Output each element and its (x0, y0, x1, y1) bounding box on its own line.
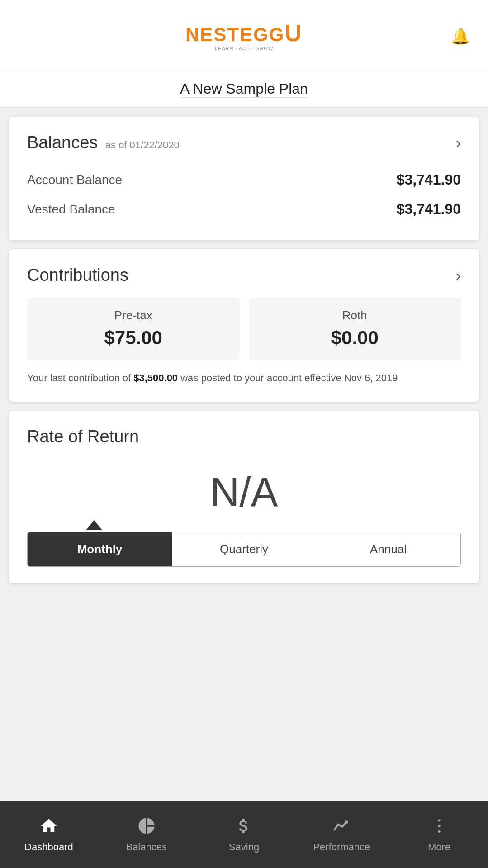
bottom-navigation: Dashboard Balances Saving Performance (0, 801, 488, 868)
balances-title: Balances (27, 133, 98, 152)
logo-u: U (284, 20, 303, 46)
logo-text: NESTEGGU (185, 21, 303, 45)
triangle-indicator (27, 520, 461, 530)
account-balance-row: Account Balance $3,741.90 (27, 165, 461, 194)
pretax-value: $75.00 (104, 327, 162, 349)
nav-item-performance[interactable]: Performance (293, 801, 390, 868)
toggle-quarterly-button[interactable]: Quarterly (172, 532, 316, 566)
performance-chart-icon (332, 816, 351, 839)
home-icon (39, 816, 58, 839)
roth-value: $0.00 (331, 327, 379, 349)
logo-nestegg: NESTEGG (185, 24, 284, 45)
pie-chart-icon (137, 816, 156, 839)
roth-box: Roth $0.00 (249, 298, 461, 360)
nav-label-balances: Balances (126, 841, 167, 853)
svg-point-0 (438, 819, 440, 821)
balances-chevron-icon[interactable]: › (456, 134, 461, 152)
nav-label-performance: Performance (313, 841, 370, 853)
contribution-note-suffix: was posted to your account effective Nov… (178, 372, 398, 384)
rate-title: Rate of Return (27, 427, 461, 446)
contribution-note-prefix: Your last contribution of (27, 372, 133, 384)
contribution-note: Your last contribution of $3,500.00 was … (27, 370, 461, 385)
contribution-note-amount: $3,500.00 (133, 372, 178, 384)
rate-value: N/A (27, 455, 461, 520)
plan-title: A New Sample Plan (180, 81, 308, 98)
contributions-boxes: Pre-tax $75.00 Roth $0.00 (27, 298, 461, 360)
notification-icon[interactable]: 🔔 (451, 27, 470, 45)
main-content: Balances as of 01/22/2020 › Account Bala… (0, 108, 488, 592)
nav-item-more[interactable]: More (390, 801, 488, 868)
nav-label-saving: Saving (229, 841, 259, 853)
svg-point-2 (438, 830, 440, 832)
vested-balance-value: $3,741.90 (397, 201, 461, 218)
logo-tagline: LEARN · ACT · GROW (215, 46, 274, 51)
plan-title-row: A New Sample Plan (0, 72, 488, 108)
account-balance-label: Account Balance (27, 173, 122, 187)
svg-point-1 (438, 825, 440, 827)
balances-date: as of 01/22/2020 (105, 139, 180, 151)
balances-card: Balances as of 01/22/2020 › Account Bala… (9, 117, 479, 240)
rate-toggle-bar: Monthly Quarterly Annual (27, 532, 461, 567)
nav-item-dashboard[interactable]: Dashboard (0, 801, 98, 868)
balances-title-group: Balances as of 01/22/2020 (27, 133, 180, 152)
balances-header[interactable]: Balances as of 01/22/2020 › (27, 133, 461, 152)
triangle-up-icon (86, 520, 102, 530)
more-dots-icon (430, 816, 449, 839)
rate-of-return-card: Rate of Return N/A Monthly Quarterly Ann… (9, 411, 479, 583)
account-balance-value: $3,741.90 (397, 171, 461, 188)
nav-item-balances[interactable]: Balances (98, 801, 195, 868)
toggle-annual-button[interactable]: Annual (316, 532, 460, 566)
vested-balance-label: Vested Balance (27, 202, 115, 217)
vested-balance-row: Vested Balance $3,741.90 (27, 194, 461, 224)
contributions-card: Contributions › Pre-tax $75.00 Roth $0.0… (9, 249, 479, 402)
nav-item-saving[interactable]: Saving (195, 801, 293, 868)
nav-label-more: More (428, 841, 450, 853)
pretax-label: Pre-tax (114, 308, 152, 323)
contributions-title: Contributions (27, 266, 128, 285)
toggle-monthly-button[interactable]: Monthly (28, 532, 172, 566)
contributions-header[interactable]: Contributions › (27, 266, 461, 285)
logo: NESTEGGU LEARN · ACT · GROW (185, 21, 303, 51)
nav-label-dashboard: Dashboard (24, 841, 73, 853)
pretax-box: Pre-tax $75.00 (27, 298, 240, 360)
dollar-icon (234, 816, 253, 839)
roth-label: Roth (342, 308, 367, 323)
app-header: NESTEGGU LEARN · ACT · GROW 🔔 (0, 0, 488, 72)
contributions-chevron-icon[interactable]: › (456, 266, 461, 284)
